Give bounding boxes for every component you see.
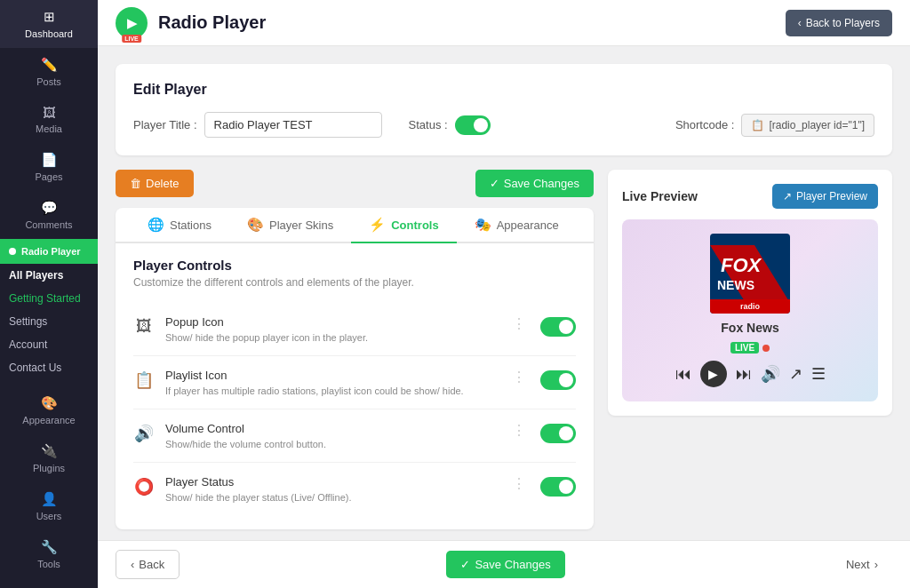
volume-button[interactable]: 🔊 <box>761 364 780 384</box>
controls-content: Player Controls Customize the different … <box>116 243 594 529</box>
status-toggle-ctrl[interactable] <box>540 477 576 497</box>
stations-icon: 🌐 <box>148 217 164 233</box>
save-changes-button-bottom[interactable]: ✓ Save Changes <box>446 551 564 578</box>
external-link-icon: ↗ <box>783 190 792 203</box>
shortcode-group: Shortcode : 📋 [radio_player id="1"] <box>675 114 874 137</box>
tab-controls[interactable]: ⚡ Controls <box>351 208 456 243</box>
back-button-bottom[interactable]: ‹ Back <box>116 550 180 579</box>
sidebar-sub-contact-us[interactable]: Contact Us <box>0 356 98 379</box>
sidebar-item-label: Dashboard <box>25 28 73 39</box>
save-changes-button[interactable]: ✓ Save Changes <box>475 170 594 197</box>
sidebar-item-appearance[interactable]: 🎨 Appearance <box>0 386 98 434</box>
live-tag: LIVE <box>730 342 759 354</box>
live-preview-title: Live Preview <box>622 189 698 203</box>
popup-icon: 🖼 <box>133 317 155 336</box>
tabs: 🌐 Stations 🎨 Player Skins ⚡ Controls <box>116 208 594 243</box>
volume-icon: 🔊 <box>133 424 155 443</box>
shortcode-box[interactable]: 📋 [radio_player id="1"] <box>741 114 874 137</box>
sidebar-item-plugins[interactable]: 🔌 Plugins <box>0 434 98 482</box>
sidebar-item-label: Comments <box>25 219 72 230</box>
player-status-name: Player Status <box>165 475 498 489</box>
drag-handle[interactable]: ⋮ <box>508 315 530 332</box>
toggle-slider <box>540 370 576 390</box>
controls-icon: ⚡ <box>369 217 386 233</box>
back-chevron-icon: ‹ <box>798 17 802 29</box>
player-preview-button[interactable]: ↗ Player Preview <box>772 184 878 209</box>
check-icon-bottom: ✓ <box>460 558 470 571</box>
playlist-icon-name: Playlist Icon <box>165 369 498 382</box>
users-icon: 👤 <box>41 491 58 507</box>
dashboard-icon: ⊞ <box>44 9 55 25</box>
toggle-slider <box>540 424 576 443</box>
svg-text:FOX: FOX <box>721 254 762 276</box>
tab-player-skins[interactable]: 🎨 Player Skins <box>229 208 351 243</box>
sidebar-item-label: Tools <box>37 559 60 569</box>
content-area: Edit Player Player Title : Status : Shor… <box>98 46 910 540</box>
appearance-tab-icon: 🎭 <box>475 217 491 233</box>
live-badge: LIVE <box>122 35 141 43</box>
sidebar-item-label: Plugins <box>33 463 65 473</box>
tab-appearance[interactable]: 🎭 Appearance <box>457 208 577 243</box>
sidebar-item-settings[interactable]: ⚙ Settings <box>0 578 98 588</box>
drag-handle-2[interactable]: ⋮ <box>508 369 530 385</box>
status-toggle[interactable] <box>455 115 491 135</box>
control-info-playlist: Playlist Icon If player has multiple rad… <box>165 369 498 396</box>
skip-back-button[interactable]: ⏮ <box>675 365 691 384</box>
sidebar-item-media[interactable]: 🖼 Media <box>0 96 98 143</box>
sidebar-sub-account[interactable]: Account <box>0 333 98 356</box>
volume-toggle[interactable] <box>540 424 576 443</box>
sidebar-item-users[interactable]: 👤 Users <box>0 482 98 530</box>
status-group: Status : <box>409 115 491 135</box>
main-right: Live Preview ↗ Player Preview <box>608 170 892 529</box>
next-label: Next <box>846 558 870 571</box>
sidebar-item-label: Pages <box>35 171 62 182</box>
delete-button[interactable]: 🗑 Delete <box>116 170 194 197</box>
action-bar: 🗑 Delete ✓ Save Changes <box>116 170 594 197</box>
playlist-icon-desc: If player has multiple radio stations, p… <box>165 385 498 396</box>
tab-stations[interactable]: 🌐 Stations <box>130 208 229 243</box>
sidebar-item-dashboard[interactable]: ⊞ Dashboard <box>0 0 98 48</box>
next-button[interactable]: Next › <box>832 551 892 578</box>
play-button[interactable]: ▶ <box>700 361 727 387</box>
drag-handle-3[interactable]: ⋮ <box>508 422 530 439</box>
topbar: ▶ LIVE Radio Player ‹ Back to Players <box>98 0 910 46</box>
edit-player-card: Edit Player Player Title : Status : Shor… <box>116 64 892 155</box>
skip-forward-button[interactable]: ⏭ <box>736 365 752 384</box>
tab-appearance-label: Appearance <box>497 219 559 232</box>
back-to-players-button[interactable]: ‹ Back to Players <box>786 10 892 36</box>
drag-handle-4[interactable]: ⋮ <box>508 475 530 492</box>
live-dot <box>762 345 770 352</box>
popup-toggle[interactable] <box>540 317 576 337</box>
sidebar-item-pages[interactable]: 📄 Pages <box>0 143 98 191</box>
sidebar-sub-getting-started[interactable]: Getting Started <box>0 287 98 310</box>
playlist-toggle[interactable] <box>540 370 576 390</box>
toggle-slider <box>455 115 491 135</box>
sidebar-sub-settings[interactable]: Settings <box>0 310 98 333</box>
live-preview-card: Live Preview ↗ Player Preview <box>608 170 892 416</box>
sidebar-sub-all-players[interactable]: All Players <box>0 264 98 287</box>
status-label: Status : <box>409 118 448 131</box>
playlist-button[interactable]: ☰ <box>811 364 826 384</box>
control-info-volume: Volume Control Show/hide the volume cont… <box>165 422 498 449</box>
sidebar-item-label: Posts <box>36 76 61 87</box>
posts-icon: ✏️ <box>41 57 58 73</box>
comments-icon: 💬 <box>41 200 58 216</box>
sidebar-item-radio-player[interactable]: Radio Player <box>0 239 98 264</box>
status-icon: ⭕ <box>133 477 155 497</box>
sidebar-item-comments[interactable]: 💬 Comments <box>0 191 98 239</box>
main-row: 🗑 Delete ✓ Save Changes 🌐 Stations <box>116 170 892 529</box>
controls-card: 🌐 Stations 🎨 Player Skins ⚡ Controls <box>116 208 594 529</box>
share-button[interactable]: ↗ <box>789 364 802 384</box>
radio-player-label: Radio Player <box>21 246 81 257</box>
control-item-popup: 🖼 Popup Icon Show/ hide the popup player… <box>133 303 576 356</box>
player-title-label: Player Title : <box>133 118 197 131</box>
shortcode-label: Shortcode : <box>675 118 735 131</box>
player-title-input[interactable] <box>204 112 382 138</box>
sidebar-item-posts[interactable]: ✏️ Posts <box>0 48 98 96</box>
sidebar-item-tools[interactable]: 🔧 Tools <box>0 530 98 578</box>
player-preview-box: FOX NEWS radio Fox News LIVE ⏮ <box>622 219 878 401</box>
save-label-bottom: Save Changes <box>475 558 550 571</box>
popup-icon-name: Popup Icon <box>165 315 498 329</box>
tab-controls-label: Controls <box>391 219 438 232</box>
preview-header: Live Preview ↗ Player Preview <box>622 184 878 209</box>
